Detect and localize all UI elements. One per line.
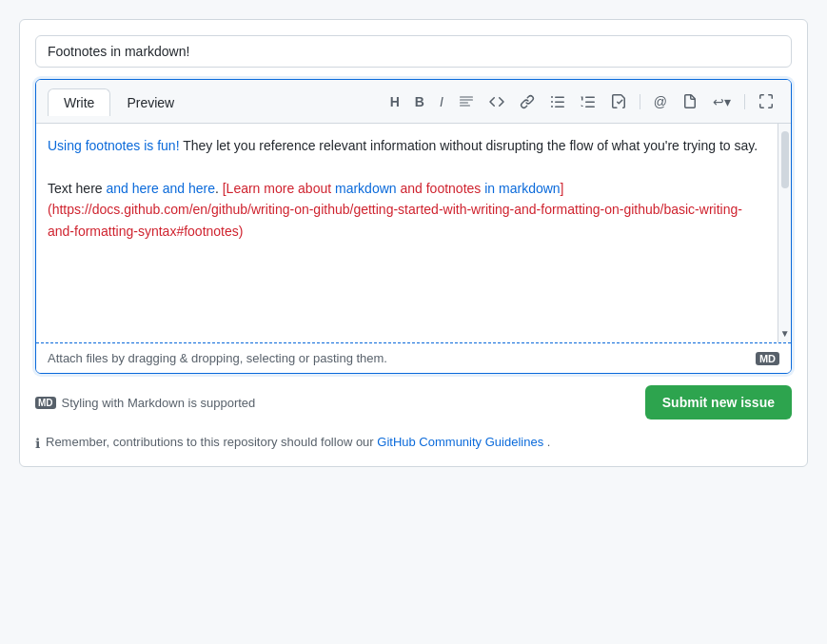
scrollbar-thumb [781, 131, 789, 188]
editor-content-and-footnotes: and footnotes [397, 181, 485, 196]
markdown-badge-small: MD [756, 352, 779, 365]
tab-write[interactable]: Write [48, 88, 110, 116]
community-note: ℹ Remember, contributions to this reposi… [35, 435, 792, 451]
toolbar-icons: H B I [384, 90, 779, 113]
editor-scrollbar[interactable]: ▼ [778, 124, 791, 342]
editor-content-learn: [Learn more about [223, 181, 335, 196]
task-list-button[interactable] [605, 90, 632, 113]
editor-tab-toolbar: Write Preview H B I [36, 80, 791, 124]
footer-md-badge: MD [35, 397, 56, 409]
editor-content-line4b: . [215, 181, 223, 196]
footer-styling-text: Styling with Markdown is supported [62, 396, 256, 410]
editor-content-here1: and here and here [106, 181, 214, 196]
mention-button[interactable]: @ [648, 91, 673, 112]
italic-button[interactable]: I [434, 91, 449, 112]
editor-content-bracket: ] [561, 181, 564, 196]
bold-button[interactable]: B [409, 91, 430, 112]
community-note-after: . [547, 435, 551, 449]
toolbar-divider-2 [744, 94, 745, 109]
quote-button[interactable] [453, 90, 480, 113]
heading-button[interactable]: H [384, 91, 405, 112]
editor-footer: MD Styling with Markdown is supported Su… [35, 385, 792, 420]
editor-content-in-markdown: in markdown [484, 181, 560, 196]
fullscreen-button[interactable] [753, 90, 779, 113]
editor-content-line4a: Text here [48, 181, 106, 196]
editor-content-line1a: Using footnotes is fun! [48, 138, 180, 153]
submit-new-issue-button[interactable]: Submit new issue [645, 385, 792, 420]
ordered-list-button[interactable] [575, 90, 601, 113]
issue-title-input[interactable] [35, 35, 792, 68]
editor-tabs: Write Preview [48, 88, 190, 115]
file-attach-label: Attach files by dragging & dropping, sel… [48, 351, 387, 365]
tab-preview[interactable]: Preview [110, 88, 190, 116]
editor-body: Using footnotes is fun! They let you ref… [36, 124, 791, 342]
community-note-text: Remember, contributions to this reposito… [46, 435, 550, 449]
community-guidelines-link[interactable]: GitHub Community Guidelines [377, 435, 543, 449]
issue-form: Write Preview H B I [19, 19, 808, 467]
toolbar-divider [640, 94, 640, 109]
community-note-before: Remember, contributions to this reposito… [46, 435, 377, 449]
editor-content-line1b: They let you reference relevant informat… [180, 138, 758, 153]
file-attach-area[interactable]: Attach files by dragging & dropping, sel… [36, 342, 791, 373]
code-button[interactable] [483, 90, 510, 113]
link-button[interactable] [514, 90, 541, 113]
editor-content-markdown: markdown [335, 181, 397, 196]
editor-container: Write Preview H B I [35, 79, 792, 374]
info-icon: ℹ [35, 436, 40, 451]
unordered-list-button[interactable] [544, 90, 571, 113]
editor-content-url: (https://docs.github.com/en/github/writi… [48, 202, 742, 238]
footer-left: MD Styling with Markdown is supported [35, 396, 255, 410]
scrollbar-arrow-down: ▼ [780, 328, 790, 339]
undo-button[interactable]: ↩︎▾ [707, 91, 737, 112]
reference-button[interactable] [677, 90, 703, 113]
editor-text-area[interactable]: Using footnotes is fun! They let you ref… [36, 124, 778, 342]
